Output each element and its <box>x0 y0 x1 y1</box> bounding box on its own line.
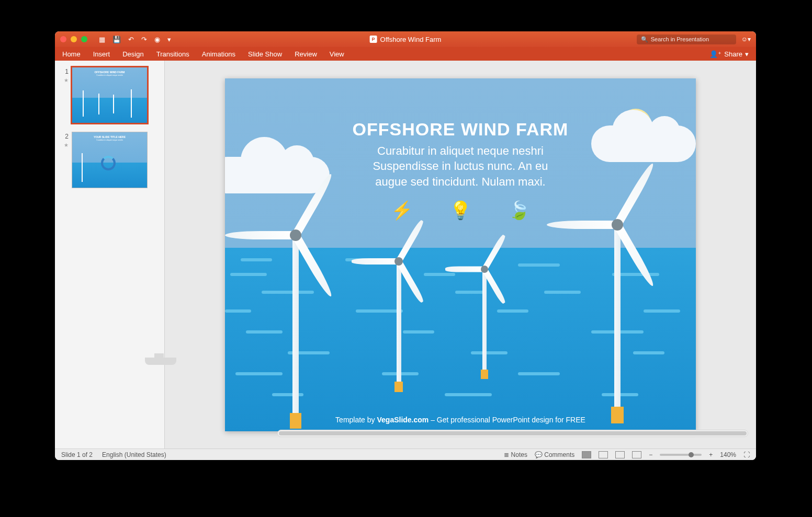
thumbnail-row-1[interactable]: 1 ★ OFFSHORE WIND FARM Curabitur in aliq… <box>55 65 164 130</box>
zoom-slider-thumb[interactable] <box>689 452 694 457</box>
tab-insert[interactable]: Insert <box>93 50 110 58</box>
horizontal-scrollbar[interactable] <box>277 430 748 437</box>
wind-turbine[interactable] <box>288 235 303 429</box>
subtitle-line: Suspendisse in luctus nunc. An eu <box>373 158 548 174</box>
footer-pre: Template by <box>335 416 377 424</box>
redo-icon[interactable]: ↷ <box>141 36 147 43</box>
quick-access-toolbar: ▦ 💾 ↶ ↷ ◉ ▾ <box>99 36 171 43</box>
slide-footer[interactable]: Template by VegaSlide.com – Get professi… <box>335 416 585 424</box>
bolt-icon[interactable]: ⚡ <box>391 200 413 221</box>
slide-thumbnail-2[interactable]: YOUR SLIDE TITLE HERE Curabitur in aliqu… <box>72 132 148 188</box>
customize-toolbar-icon[interactable]: ▾ <box>167 36 171 43</box>
reading-view-button[interactable] <box>615 451 625 458</box>
tab-home[interactable]: Home <box>62 50 81 58</box>
slideshow-view-button[interactable] <box>632 451 641 458</box>
thumbnail-title: YOUR SLIDE TITLE HERE <box>94 135 126 139</box>
tab-review[interactable]: Review <box>295 50 317 58</box>
tab-animations[interactable]: Animations <box>202 50 235 58</box>
document-title: P Offshore Wind Farm <box>370 36 442 43</box>
share-label: Share <box>724 50 742 58</box>
undo-icon[interactable]: ↶ <box>128 36 134 43</box>
cloud-shape <box>225 157 330 193</box>
wind-turbine[interactable] <box>479 269 490 379</box>
slide-thumbnail-1[interactable]: OFFSHORE WIND FARM Curabitur in aliquet … <box>72 67 148 123</box>
leaf-icon[interactable]: 🍃 <box>508 200 530 221</box>
slide-thumbnail-panel[interactable]: 1 ★ OFFSHORE WIND FARM Curabitur in aliq… <box>55 61 165 449</box>
tab-slideshow[interactable]: Slide Show <box>248 50 282 58</box>
thumbnail-number: 2 <box>59 132 69 140</box>
footer-link: VegaSlide.com <box>377 416 428 424</box>
footer-post: – Get professional PowerPoint design for… <box>428 416 585 424</box>
cloud-shape <box>591 125 696 162</box>
subtitle-line: augue sed tincidunt. Nulam maxi. <box>373 174 548 190</box>
wind-turbine[interactable] <box>610 225 625 423</box>
ribbon-tabs: Home Insert Design Transitions Animation… <box>55 47 756 61</box>
notes-button[interactable]: ≣ Notes <box>504 451 527 458</box>
slide-subtitle[interactable]: Curabitur in aliquet neque neshri Suspen… <box>373 143 548 190</box>
boat-decoration <box>145 358 176 365</box>
thumbnail-subtitle: Curabitur in aliquet neque neshri <box>96 74 123 76</box>
lightbulb-icon[interactable]: 💡 <box>449 200 471 221</box>
slide-canvas[interactable]: OFFSHORE WIND FARM Curabitur in aliquet … <box>225 78 696 431</box>
tab-view[interactable]: View <box>330 50 344 58</box>
document-title-text: Offshore Wind Farm <box>380 36 442 43</box>
zoom-slider[interactable] <box>660 454 702 456</box>
close-window-button[interactable] <box>60 36 66 42</box>
account-icon[interactable]: ☺▾ <box>741 36 751 43</box>
start-slideshow-icon[interactable]: ◉ <box>154 36 160 43</box>
animation-star-icon: ★ <box>64 77 69 83</box>
fit-to-window-button[interactable]: ⛶ <box>743 451 750 458</box>
share-button[interactable]: 👤⁺ Share ▾ <box>709 50 749 58</box>
tab-transitions[interactable]: Transitions <box>156 50 189 58</box>
normal-view-button[interactable] <box>582 451 591 458</box>
titlebar: ▦ 💾 ↶ ↷ ◉ ▾ P Offshore Wind Farm 🔍 ☺▾ <box>55 31 756 47</box>
zoom-in-button[interactable]: + <box>709 451 713 458</box>
tab-design[interactable]: Design <box>122 50 143 58</box>
thumbnail-view-icon[interactable]: ▦ <box>99 36 105 43</box>
minimize-window-button[interactable] <box>71 36 77 42</box>
wind-turbine[interactable] <box>392 261 405 392</box>
zoom-percent[interactable]: 140% <box>720 451 736 458</box>
thumbnail-title: OFFSHORE WIND FARM <box>94 71 125 74</box>
sorter-view-button[interactable] <box>599 451 608 458</box>
icon-row: ⚡ 💡 🍃 <box>391 200 530 221</box>
status-bar: Slide 1 of 2 English (United States) ≣ N… <box>55 449 756 460</box>
zoom-out-button[interactable]: − <box>649 451 652 458</box>
slide-editor[interactable]: OFFSHORE WIND FARM Curabitur in aliquet … <box>165 61 756 449</box>
thumbnail-subtitle: Curabitur in aliquet neque neshri <box>96 139 123 141</box>
main-body: 1 ★ OFFSHORE WIND FARM Curabitur in aliq… <box>55 61 756 449</box>
language-indicator[interactable]: English (United States) <box>102 451 166 458</box>
window-controls <box>60 36 87 42</box>
subtitle-line: Curabitur in aliquet neque neshri <box>373 143 548 159</box>
share-icon: 👤⁺ <box>709 50 721 58</box>
animation-star-icon: ★ <box>64 142 69 148</box>
comments-button[interactable]: 💬 Comments <box>535 451 574 458</box>
scrollbar-thumb[interactable] <box>279 431 747 435</box>
fullscreen-window-button[interactable] <box>81 36 87 42</box>
search-icon: 🔍 <box>641 36 648 43</box>
save-icon[interactable]: 💾 <box>112 36 121 43</box>
search-input[interactable] <box>651 36 732 42</box>
thumbnail-number: 1 <box>59 67 69 75</box>
slide-title[interactable]: OFFSHORE WIND FARM <box>353 119 569 140</box>
app-window: ▦ 💾 ↶ ↷ ◉ ▾ P Offshore Wind Farm 🔍 ☺▾ Ho… <box>55 31 756 460</box>
slide-counter[interactable]: Slide 1 of 2 <box>61 451 93 458</box>
chevron-down-icon: ▾ <box>745 50 749 58</box>
search-box[interactable]: 🔍 <box>637 35 736 44</box>
thumbnail-row-2[interactable]: 2 ★ YOUR SLIDE TITLE HERE Curabitur in a… <box>55 130 164 194</box>
powerpoint-file-icon: P <box>370 36 377 43</box>
